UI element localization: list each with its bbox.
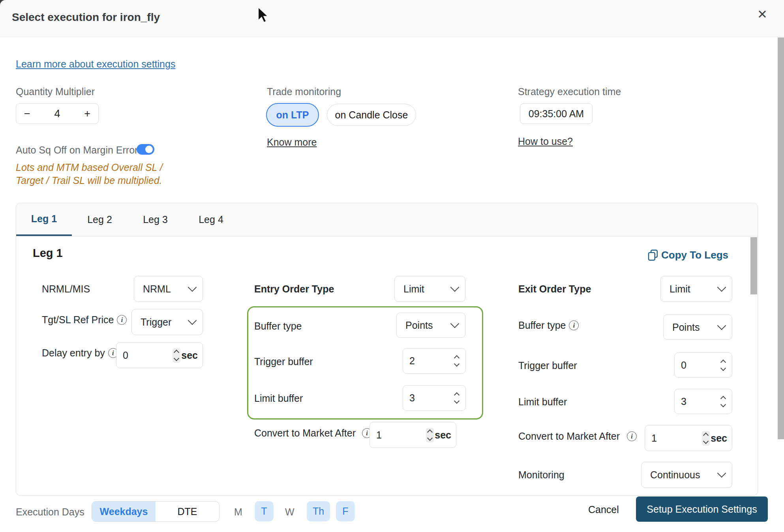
chevron-down-icon	[450, 283, 460, 292]
execution-days-label: Execution Days	[16, 506, 84, 518]
exit-limit-buffer-value: 3	[681, 396, 719, 407]
chevron-down-icon	[717, 321, 726, 330]
panel-scrollbar-thumb[interactable]	[750, 237, 757, 294]
chevron-down-icon	[717, 469, 726, 478]
tab-leg-1[interactable]: Leg 1	[16, 203, 72, 236]
stepper-arrows-icon[interactable]	[702, 431, 710, 446]
info-icon[interactable]: i	[627, 431, 637, 441]
day-friday[interactable]: F	[336, 501, 355, 521]
day-tuesday[interactable]: T	[255, 501, 274, 521]
entry-convert-value: 1	[376, 429, 426, 441]
delay-entry-value: 0	[123, 350, 173, 361]
exit-convert-label: Convert to Market After	[518, 431, 620, 442]
exit-buffer-type-label: Buffer type	[518, 320, 566, 331]
monitoring-value: Continuous	[650, 469, 700, 481]
quantity-decrement-button[interactable]: −	[24, 108, 30, 120]
multiplier-warning-line1: Lots and MTM based Overall SL /	[16, 162, 163, 173]
entry-limit-buffer-input[interactable]: 3	[403, 385, 466, 411]
delay-entry-label: Delay entry by	[42, 347, 105, 359]
dialog-header: Select execution for iron_fly ✕	[0, 0, 784, 37]
day-monday[interactable]: M	[234, 506, 242, 518]
tab-leg-3[interactable]: Leg 3	[128, 203, 183, 236]
multiplier-warning-line2: Target / Trail SL will be multiplied.	[16, 175, 162, 186]
exit-trigger-buffer-input[interactable]: 0	[674, 352, 732, 378]
quantity-increment-button[interactable]: +	[84, 108, 90, 120]
nrml-mis-value: NRML	[143, 283, 171, 295]
exit-convert-unit: sec	[711, 433, 727, 444]
dte-option[interactable]: DTE	[156, 502, 219, 521]
entry-trigger-buffer-input[interactable]: 2	[403, 348, 466, 374]
entry-buffer-type-value: Points	[405, 320, 433, 331]
delay-entry-input[interactable]: 0 sec	[116, 342, 203, 368]
how-to-use-link[interactable]: How to use?	[518, 136, 573, 147]
delay-entry-unit: sec	[181, 350, 198, 361]
exit-limit-buffer-label: Limit buffer	[518, 396, 567, 408]
monitoring-dropdown[interactable]: Continuous	[641, 462, 732, 488]
chevron-down-icon	[188, 316, 197, 325]
exit-order-type-label: Exit Order Type	[518, 283, 591, 295]
exit-order-type-dropdown[interactable]: Limit	[660, 276, 732, 302]
entry-limit-buffer-value: 3	[409, 392, 453, 404]
entry-buffer-type-label: Buffer type	[254, 320, 302, 332]
execution-days-mode-switch: Weekdays DTE	[92, 501, 219, 522]
exit-convert-label-row: Convert to Market After i	[518, 431, 637, 442]
chevron-down-icon	[450, 319, 460, 328]
stepper-arrows-icon[interactable]	[719, 394, 727, 409]
exit-buffer-type-dropdown[interactable]: Points	[663, 315, 732, 340]
stepper-arrows-icon[interactable]	[453, 354, 461, 368]
auto-sq-off-toggle[interactable]	[137, 144, 154, 155]
exit-trigger-buffer-value: 0	[681, 360, 719, 371]
chevron-down-icon	[188, 283, 197, 292]
nrml-mis-dropdown[interactable]: NRML	[134, 276, 203, 302]
leg-tabbar: Leg 1 Leg 2 Leg 3 Leg 4	[16, 203, 758, 236]
ref-price-dropdown[interactable]: Trigger	[131, 309, 203, 335]
cancel-button[interactable]: Cancel	[588, 504, 619, 515]
entry-limit-buffer-label: Limit buffer	[254, 393, 303, 404]
leg-settings-card: Leg 1 Leg 2 Leg 3 Leg 4 Leg 1 Copy To Le…	[16, 203, 758, 496]
copy-to-legs-button[interactable]: Copy To Legs	[648, 249, 728, 261]
exit-order-type-value: Limit	[670, 283, 690, 295]
exit-convert-input[interactable]: 1 sec	[645, 425, 732, 451]
chevron-down-icon	[717, 283, 726, 292]
on-ltp-button[interactable]: on LTP	[266, 103, 319, 127]
execution-settings-dialog: Select execution for iron_fly ✕ Learn mo…	[0, 0, 784, 532]
day-wednesday[interactable]: W	[285, 506, 294, 518]
entry-convert-input[interactable]: 1 sec	[369, 422, 456, 448]
info-icon[interactable]: i	[569, 320, 579, 330]
stepper-arrows-icon[interactable]	[173, 348, 180, 363]
entry-order-type-dropdown[interactable]: Limit	[394, 276, 465, 302]
close-icon[interactable]: ✕	[757, 7, 767, 22]
entry-order-type-label: Entry Order Type	[254, 283, 334, 295]
tab-leg-4[interactable]: Leg 4	[183, 203, 239, 236]
setup-execution-settings-button[interactable]: Setup Execution Settings	[636, 496, 768, 522]
exit-convert-value: 1	[651, 433, 702, 444]
page-scrollbar-thumb[interactable]	[778, 37, 784, 439]
weekdays-option[interactable]: Weekdays	[92, 502, 156, 521]
dialog-title: Select execution for iron_fly	[12, 11, 160, 24]
tab-leg-2[interactable]: Leg 2	[72, 203, 128, 236]
on-candle-close-button[interactable]: on Candle Close	[327, 104, 416, 126]
exit-limit-buffer-input[interactable]: 3	[674, 389, 732, 414]
trade-monitoring-label: Trade monitoring	[267, 86, 341, 97]
exit-trigger-buffer-label: Trigger buffer	[518, 360, 577, 371]
toggle-knob	[145, 146, 153, 153]
learn-more-link[interactable]: Learn more about execution settings	[16, 58, 175, 70]
quantity-multiplier-label: Quantity Multiplier	[16, 86, 95, 97]
day-thursday[interactable]: Th	[307, 501, 330, 521]
stepper-arrows-icon[interactable]	[453, 391, 461, 405]
strategy-execution-time-input[interactable]: 09:35:00 AM	[520, 103, 593, 124]
stepper-arrows-icon[interactable]	[719, 358, 727, 373]
copy-to-legs-label: Copy To Legs	[661, 249, 728, 261]
entry-trigger-buffer-value: 2	[409, 355, 453, 367]
know-more-link[interactable]: Know more	[267, 137, 317, 148]
auto-sq-off-label: Auto Sq Off on Margin Error	[16, 144, 138, 156]
entry-buffer-type-dropdown[interactable]: Points	[396, 313, 465, 338]
entry-trigger-buffer-label: Trigger buffer	[254, 356, 313, 367]
nrml-mis-label: NRML/MIS	[42, 283, 90, 295]
ref-price-label: Tgt/SL Ref Price	[42, 314, 114, 326]
delay-entry-label-row: Delay entry by i	[42, 347, 118, 359]
ref-price-value: Trigger	[141, 317, 171, 328]
info-icon[interactable]: i	[117, 315, 127, 325]
stepper-arrows-icon[interactable]	[426, 428, 434, 442]
quantity-value: 4	[54, 108, 60, 120]
